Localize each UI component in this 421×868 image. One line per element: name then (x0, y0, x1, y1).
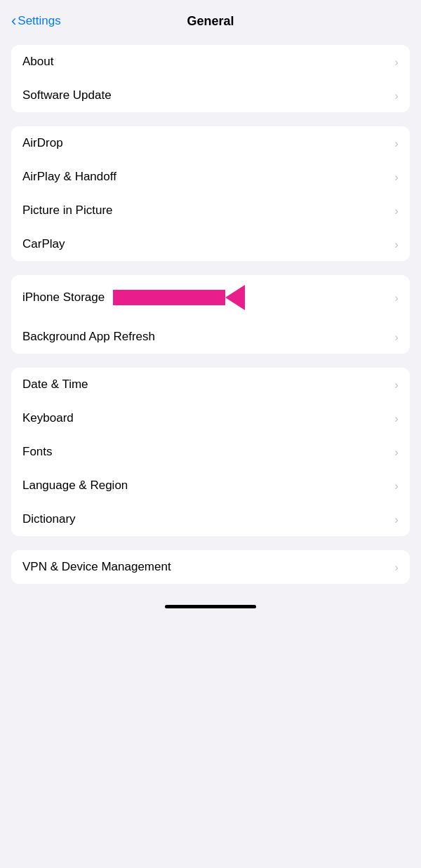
airdrop-right: › (394, 138, 399, 149)
list-item-airplay-handoff[interactable]: AirPlay & Handoff › (11, 160, 410, 194)
airplay-handoff-label: AirPlay & Handoff (22, 170, 116, 184)
airdrop-label: AirDrop (22, 136, 63, 150)
fonts-right: › (394, 446, 399, 458)
background-app-refresh-right: › (394, 331, 399, 343)
list-item-dictionary[interactable]: Dictionary › (11, 502, 410, 536)
vpn-device-management-label: VPN & Device Management (22, 560, 171, 574)
dictionary-label: Dictionary (22, 512, 76, 526)
arrow-head-icon (225, 285, 245, 310)
content: About › Software Update › AirDrop › AirP… (0, 39, 421, 584)
section-storage: iPhone Storage › Background App Refresh … (11, 275, 410, 354)
back-label: Settings (18, 14, 60, 28)
section-about: About › Software Update › (11, 45, 410, 112)
picture-in-picture-right: › (394, 205, 399, 217)
picture-in-picture-chevron-icon: › (394, 205, 399, 217)
iphone-storage-label: iPhone Storage (22, 291, 105, 305)
section-locale: Date & Time › Keyboard › Fonts › Languag… (11, 368, 410, 536)
back-chevron-icon: ‹ (11, 13, 16, 29)
section-connectivity: AirDrop › AirPlay & Handoff › Picture in… (11, 126, 410, 261)
language-region-label: Language & Region (22, 479, 128, 493)
about-label: About (22, 55, 53, 69)
airdrop-chevron-icon: › (394, 138, 399, 149)
back-button[interactable]: ‹ Settings (11, 14, 61, 29)
language-region-chevron-icon: › (394, 480, 399, 492)
carplay-right: › (394, 239, 399, 251)
nav-bar: ‹ Settings General (0, 0, 421, 39)
iphone-storage-chevron-icon: › (394, 292, 399, 304)
list-item-date-time[interactable]: Date & Time › (11, 368, 410, 401)
carplay-label: CarPlay (22, 237, 65, 251)
iphone-storage-left: iPhone Storage (22, 285, 245, 310)
about-right: › (394, 56, 399, 68)
list-item-software-update[interactable]: Software Update › (11, 79, 410, 112)
home-indicator-area (0, 598, 421, 620)
page-title: General (187, 14, 234, 29)
software-update-label: Software Update (22, 88, 112, 102)
list-item-picture-in-picture[interactable]: Picture in Picture › (11, 194, 410, 227)
list-item-airdrop[interactable]: AirDrop › (11, 126, 410, 160)
about-chevron-icon: › (394, 56, 399, 68)
home-indicator-bar (165, 605, 256, 608)
vpn-device-management-right: › (394, 561, 399, 573)
section-vpn: VPN & Device Management › (11, 550, 410, 584)
iphone-storage-right: › (394, 292, 399, 304)
airplay-handoff-right: › (394, 171, 399, 183)
airplay-handoff-chevron-icon: › (394, 171, 399, 183)
list-item-about[interactable]: About › (11, 45, 410, 79)
date-time-right: › (394, 379, 399, 391)
list-item-carplay[interactable]: CarPlay › (11, 227, 410, 261)
language-region-right: › (394, 480, 399, 492)
keyboard-label: Keyboard (22, 411, 74, 425)
list-item-iphone-storage[interactable]: iPhone Storage › (11, 275, 410, 320)
keyboard-chevron-icon: › (394, 413, 399, 425)
list-item-language-region[interactable]: Language & Region › (11, 469, 410, 502)
picture-in-picture-label: Picture in Picture (22, 203, 113, 218)
fonts-label: Fonts (22, 445, 53, 459)
date-time-chevron-icon: › (394, 379, 399, 391)
software-update-chevron-icon: › (394, 90, 399, 102)
software-update-right: › (394, 90, 399, 102)
list-item-keyboard[interactable]: Keyboard › (11, 401, 410, 435)
dictionary-right: › (394, 514, 399, 526)
list-item-fonts[interactable]: Fonts › (11, 435, 410, 469)
background-app-refresh-chevron-icon: › (394, 331, 399, 343)
vpn-device-management-chevron-icon: › (394, 561, 399, 573)
background-app-refresh-label: Background App Refresh (22, 330, 155, 344)
fonts-chevron-icon: › (394, 446, 399, 458)
date-time-label: Date & Time (22, 378, 88, 392)
arrow-annotation (113, 285, 245, 310)
arrow-body (113, 290, 225, 305)
list-item-background-app-refresh[interactable]: Background App Refresh › (11, 320, 410, 354)
carplay-chevron-icon: › (394, 239, 399, 251)
keyboard-right: › (394, 413, 399, 425)
list-item-vpn-device-management[interactable]: VPN & Device Management › (11, 550, 410, 584)
dictionary-chevron-icon: › (394, 514, 399, 526)
